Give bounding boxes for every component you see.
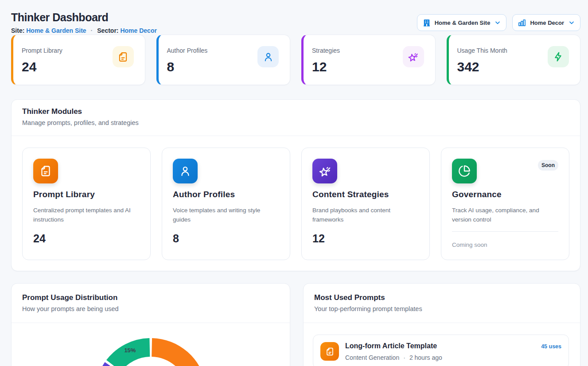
svg-text:15%: 15% <box>124 347 136 354</box>
